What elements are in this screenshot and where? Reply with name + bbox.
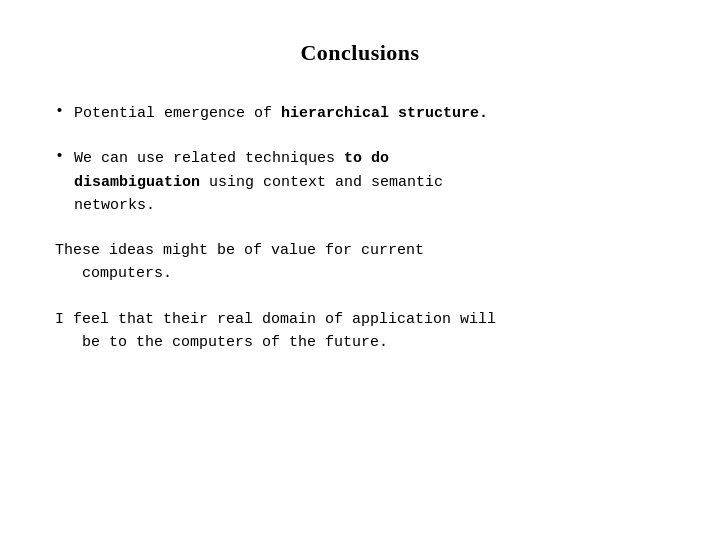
paragraph-2: I feel that their real domain of applica… xyxy=(55,308,665,355)
bullet-item-1: • Potential emergence of hierarchical st… xyxy=(55,102,665,125)
bullet-symbol-2: • xyxy=(55,148,64,165)
content-area: • Potential emergence of hierarchical st… xyxy=(55,102,665,500)
bullet-item-2: • We can use related techniques to do di… xyxy=(55,147,665,217)
bold-text-todo: to do xyxy=(344,150,389,167)
bold-text-hierarchical: hierarchical structure. xyxy=(281,105,488,122)
bold-text-disambiguation: disambiguation xyxy=(74,174,200,191)
bullet-symbol-1: • xyxy=(55,103,64,120)
page-title: Conclusions xyxy=(55,40,665,66)
bullet-text-1: Potential emergence of hierarchical stru… xyxy=(74,102,488,125)
bullet-text-2: We can use related techniques to do disa… xyxy=(74,147,443,217)
paragraph-1: These ideas might be of value for curren… xyxy=(55,239,665,286)
page: Conclusions • Potential emergence of hie… xyxy=(0,0,720,540)
